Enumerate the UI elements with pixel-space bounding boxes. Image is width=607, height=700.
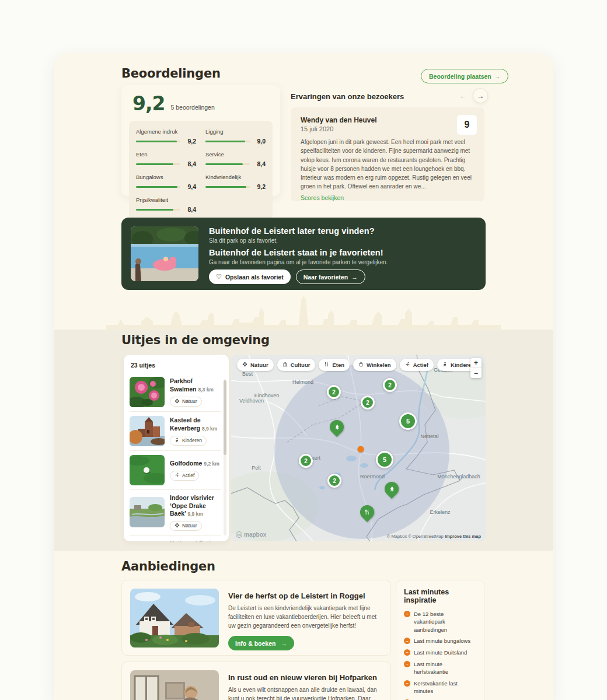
- offer-body: In rust oud en nieuw vieren bij Hofparke…: [228, 670, 382, 700]
- attribution-text: © Mapbox © OpenStreetMap: [387, 534, 444, 539]
- map-filter-winkelen[interactable]: Winkelen: [353, 359, 396, 371]
- map-cluster-marker[interactable]: 2: [383, 378, 397, 392]
- next-review-button[interactable]: →: [473, 88, 488, 103]
- outing-tag: Actief: [170, 471, 199, 481]
- score-bar-bungalows: Bungalows9,4: [136, 174, 196, 190]
- outing-title: Indoor visrivier ‘Oppe Drake Baek’ 9,9 k…: [170, 494, 221, 518]
- outings-heading: Uitjes in de omgeving: [121, 333, 270, 347]
- outing-thumbnail: [130, 497, 165, 527]
- last-minutes-card: Last minutes inspiratie →De 12 beste vak…: [396, 580, 484, 700]
- zoom-in-button[interactable]: +: [470, 358, 482, 368]
- map[interactable]: BestHelmondEindhovenVeldhovenGeldernNett…: [231, 355, 486, 541]
- outing-tag: Kinderen: [170, 436, 207, 446]
- flower-icon: [175, 398, 180, 405]
- last-minute-link[interactable]: →Kerstvakantie last minutes: [404, 680, 476, 695]
- offer-description: Als u even wilt ontsnappen aan alle druk…: [228, 685, 382, 700]
- map-city-label: Nettetal: [420, 433, 438, 439]
- map-cluster-marker[interactable]: 2: [327, 385, 341, 399]
- review-date: 15 juli 2020: [301, 125, 475, 132]
- map-cluster-marker[interactable]: 2: [327, 474, 341, 488]
- map-filter-cultuur[interactable]: Cultuur: [277, 359, 316, 371]
- outing-tag: Natuur: [170, 521, 202, 531]
- flower-icon: [175, 523, 180, 529]
- score-bar-kindvriendelijk: Kindvriendelijk9,2: [205, 174, 266, 190]
- outing-item[interactable]: Golfodome 9,2 kmActief: [130, 450, 221, 489]
- post-review-label: Beoordeling plaatsen: [429, 73, 491, 80]
- outing-body: Golfodome 9,2 kmActief: [170, 460, 219, 481]
- improve-map-link[interactable]: Improve this map: [445, 534, 481, 539]
- map-filter-natuur[interactable]: Natuur: [237, 359, 274, 371]
- map-filter-actief[interactable]: Actief: [400, 359, 434, 371]
- map-city-label: Pelt: [252, 465, 261, 471]
- map-cluster-marker[interactable]: 2: [361, 396, 375, 410]
- outing-distance: 8,9 km: [202, 426, 217, 432]
- zoom-out-button[interactable]: −: [470, 368, 482, 378]
- offer-title: Vier de herfst op de Leistert in Roggel: [228, 592, 382, 600]
- outing-item[interactable]: Nationaal Park De Groote Peel 11,2 kmNat…: [130, 535, 221, 541]
- view-scores-link[interactable]: Scores bekijken: [301, 194, 475, 201]
- review-text: Afgelopen juni in dit park geweest. Een …: [301, 138, 475, 191]
- outing-item[interactable]: Indoor visrivier ‘Oppe Drake Baek’ 9,9 k…: [130, 489, 221, 535]
- outing-item[interactable]: Kasteel de Keverberg 8,9 kmKinderen: [130, 411, 221, 450]
- outing-thumbnail: [130, 416, 165, 446]
- outing-body: Nationaal Park De Groote Peel 11,2 kmNat…: [170, 540, 221, 541]
- child-icon: [175, 438, 180, 444]
- offer-card-hofparken: In rust oud en nieuw vieren bij Hofparke…: [121, 662, 391, 700]
- map-attribution: © Mapbox © OpenStreetMap Improve this ma…: [387, 534, 481, 539]
- scores-card: 9,2 5 beoordelingen Algemene indruk9,2Et…: [121, 85, 280, 196]
- score-bar-service: Service8,4: [205, 151, 266, 167]
- outing-body: Indoor visrivier ‘Oppe Drake Baek’ 9,9 k…: [170, 494, 221, 531]
- review-score-badge: 9: [457, 115, 477, 135]
- offer-cta-button[interactable]: Info & boeken →: [228, 636, 294, 650]
- outing-thumbnail: [130, 455, 165, 485]
- last-minutes-heading: Last minutes inspiratie: [404, 588, 476, 604]
- museum-icon: [282, 362, 288, 368]
- outing-title: Nationaal Park De Groote Peel 11,2 km: [170, 540, 221, 541]
- outing-distance: 9,9 km: [187, 511, 203, 517]
- experiences-heading: Ervaringen van onze bezoekers: [291, 92, 404, 101]
- content-card: Beoordelingen Beoordeling plaatsen → 9,2…: [54, 52, 553, 700]
- post-review-button[interactable]: Beoordeling plaatsen →: [421, 69, 508, 83]
- save-favorite-label: Opslaan als favoriet: [225, 274, 284, 281]
- arrow-circle-icon: →: [404, 638, 410, 644]
- mapbox-logo[interactable]: m mapbox: [236, 531, 266, 538]
- offers-heading: Aanbiedingen: [121, 559, 215, 573]
- outings-scrollbar: [224, 379, 226, 536]
- outings-list: Parkhof Swalmen 8,3 kmNatuurKasteel de K…: [130, 373, 221, 541]
- outing-body: Parkhof Swalmen 8,3 kmNatuur: [170, 377, 221, 406]
- score-column: Ligging9,0Service8,4Kindvriendelijk9,2: [205, 128, 266, 213]
- outing-item[interactable]: Parkhof Swalmen 8,3 kmNatuur: [130, 373, 221, 411]
- outing-title: Parkhof Swalmen 8,3 km: [170, 377, 221, 393]
- last-minute-link[interactable]: →Last minute herfstvakantie: [404, 660, 476, 676]
- previous-review-button[interactable]: ←: [455, 88, 470, 103]
- outings-count: 23 uitjes: [131, 362, 221, 369]
- offer-body: Vier de herfst op de Leistert in Roggel …: [228, 589, 382, 647]
- arrow-right-icon: →: [351, 274, 358, 281]
- map-cluster-marker[interactable]: 2: [299, 454, 313, 468]
- farmhouse-photo: [130, 589, 219, 648]
- map-city-label: Mönchengladbach: [437, 474, 480, 480]
- map-filter-eten[interactable]: Eten: [319, 359, 350, 371]
- score-bar-ligging: Ligging9,0: [205, 128, 266, 145]
- last-minute-link[interactable]: →De 12 beste vakantiepark aanbiedingen: [404, 610, 476, 634]
- last-minute-link[interactable]: →Last minute bungalows: [404, 637, 476, 645]
- last-minute-link[interactable]: →Last minute Duitsland: [404, 649, 476, 656]
- runner-icon: [405, 362, 410, 368]
- mapbox-logo-text: mapbox: [244, 531, 266, 538]
- outing-tag: Natuur: [170, 397, 202, 407]
- city-skyline-silhouette: [54, 293, 553, 330]
- park-location-marker: [358, 446, 364, 453]
- map-filter-chips: NatuurCultuurEtenWinkelenActiefKinderen: [237, 359, 480, 371]
- scrollbar-thumb[interactable]: [224, 380, 226, 455]
- review-count: 5 beoordelingen: [170, 104, 214, 113]
- map-city-label: Roermond: [360, 474, 385, 480]
- overall-score: 9,2: [132, 94, 165, 113]
- map-cluster-marker[interactable]: 5: [399, 412, 417, 430]
- go-to-favorites-button[interactable]: Naar favorieten →: [296, 270, 365, 284]
- map-cluster-marker[interactable]: 5: [376, 451, 393, 468]
- pool-photo: [131, 226, 198, 281]
- save-favorite-button[interactable]: ♡ Opslaan als favoriet: [209, 270, 291, 284]
- banner-question-title: Buitenhof de Leistert later terug vinden…: [209, 226, 388, 236]
- outings-list-card: 23 uitjes Parkhof Swalmen 8,3 kmNatuurKa…: [124, 355, 229, 541]
- outing-distance: 9,2 km: [204, 461, 219, 467]
